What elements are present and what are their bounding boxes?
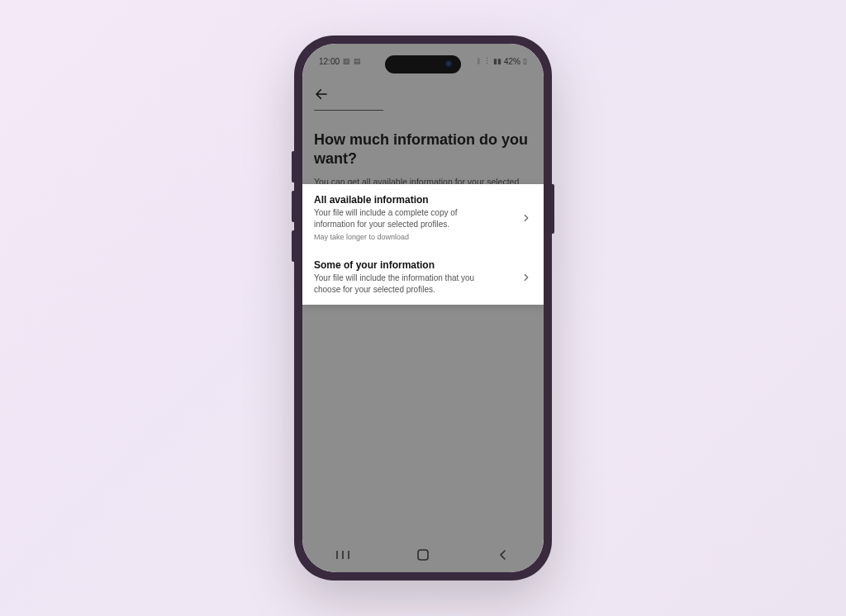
option-title: All available information (314, 194, 514, 206)
option-title: Some of your information (314, 259, 514, 271)
options-list: All available information Your file will… (302, 184, 544, 305)
chevron-right-icon (520, 272, 532, 283)
arrow-left-icon (314, 87, 329, 102)
chevron-right-icon (520, 212, 532, 224)
status-right: ᛒ ⋮ ▮▮ 42% ▯ (477, 57, 527, 66)
option-desc: Your file will include a complete copy o… (314, 207, 487, 230)
wifi-icon: ⋮ (483, 57, 491, 65)
signal-icon: ▮▮ (493, 57, 501, 65)
home-button[interactable] (398, 548, 448, 562)
phone-mockup: 12:00 ▧ ▤ ᛒ ⋮ ▮▮ 42% ▯ (294, 36, 552, 580)
option-note: May take longer to download (314, 233, 514, 241)
dynamic-island (385, 55, 461, 73)
nav-back-button[interactable] (478, 549, 528, 561)
phone-frame: 12:00 ▧ ▤ ᛒ ⋮ ▮▮ 42% ▯ (294, 36, 552, 580)
svg-rect-4 (418, 550, 428, 560)
chevron-left-icon (497, 549, 509, 561)
page-content: How much information do you want? You ca… (302, 78, 544, 572)
home-icon (416, 548, 430, 562)
page-title: How much information do you want? (314, 130, 529, 168)
battery-text: 42% (504, 57, 520, 66)
phone-screen: 12:00 ▧ ▤ ᛒ ⋮ ▮▮ 42% ▯ (302, 44, 544, 572)
battery-icon: ▯ (523, 57, 527, 65)
status-left: 12:00 ▧ ▤ (319, 57, 361, 66)
image-icon: ▧ (343, 57, 350, 65)
option-some-information[interactable]: Some of your information Your file will … (302, 251, 544, 305)
option-all-information[interactable]: All available information Your file will… (302, 184, 544, 251)
header-underline (314, 110, 383, 111)
recent-icon (335, 549, 350, 561)
back-button[interactable] (314, 87, 330, 103)
header-row (314, 83, 532, 119)
android-nav-bar (302, 538, 544, 572)
option-text: Some of your information Your file will … (314, 259, 520, 295)
app-icon: ▤ (354, 57, 361, 65)
option-text: All available information Your file will… (314, 194, 520, 241)
status-time: 12:00 (319, 57, 340, 66)
recent-apps-button[interactable] (318, 549, 368, 561)
option-desc: Your file will include the information t… (314, 272, 487, 295)
bt-icon: ᛒ (477, 57, 481, 65)
